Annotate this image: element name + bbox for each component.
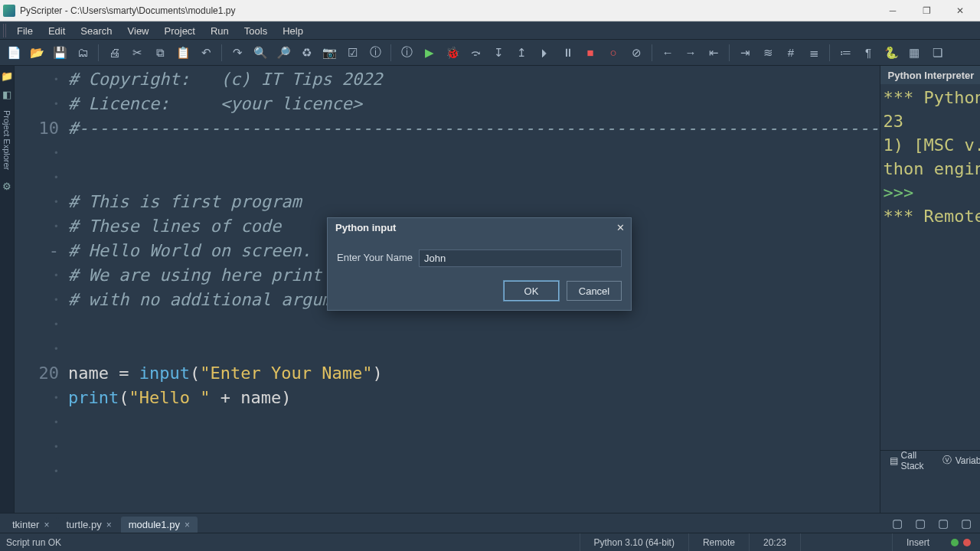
dialog-close-icon[interactable]: ✕ [612, 221, 628, 235]
menu-file[interactable]: File [9, 24, 41, 38]
save-icon[interactable]: 💾 [51, 44, 69, 62]
editor-tab-label: turtle.py [66, 519, 101, 530]
left-rail[interactable]: 📁 ◧ Project Explorer ⚙ [0, 66, 15, 513]
led-red-icon [963, 539, 971, 546]
nav-fwd-icon[interactable]: → [681, 44, 700, 62]
cut-icon[interactable]: ✂ [128, 44, 146, 62]
find-fwd-icon[interactable]: 🔎 [274, 44, 292, 62]
run-icon[interactable]: ▶ [420, 44, 439, 62]
editor-tab-label: tkinter [12, 519, 39, 530]
list-icon[interactable]: ≣ [805, 44, 823, 62]
main-area: 📁 ◧ Project Explorer ⚙ ••10••••-••••20••… [0, 66, 980, 513]
debug-icon[interactable]: 🐞 [443, 44, 462, 62]
layout-left-icon[interactable]: ▢ [934, 514, 952, 533]
para-icon[interactable]: ≔ [836, 44, 854, 62]
undo-icon[interactable]: ↶ [197, 44, 215, 62]
menu-search[interactable]: Search [73, 24, 119, 38]
continue-icon[interactable]: ⏵ [535, 44, 554, 62]
main-toolbar: 📄📂💾🗂🖨✂⧉📋↶↷🔍🔎♻📷☑ⓘⓘ▶🐞⤼↧↥⏵⏸■○⊘←→⇤⇥≋#≣≔¶🐍▦❏ [0, 40, 980, 66]
panel-tab-label: Call Stack [901, 450, 926, 471]
project-explorer-label[interactable]: Project Explorer [2, 106, 11, 174]
menu-project[interactable]: Project [157, 24, 203, 38]
editor-tab-turtle-py[interactable]: turtle.py× [58, 517, 119, 533]
status-message: Script run OK [6, 533, 580, 551]
interpreter-panel: Python Interpreter *** Python 3.10.4 (ta… [880, 66, 980, 513]
interpreter-title: Python Interpreter [880, 66, 980, 84]
editor-tab-tkinter[interactable]: tkinter× [5, 517, 57, 533]
editor-tab-label: module1.py [129, 519, 180, 530]
vars-icon: ⓥ [942, 455, 952, 466]
menu-tools[interactable]: Tools [237, 24, 275, 38]
bottom-tool-tabs: ▤Call StackⓥVariables👁Watches◉Breakpoint… [880, 450, 980, 470]
close-tab-icon[interactable]: × [44, 520, 49, 530]
module-icon[interactable]: ◧ [0, 87, 14, 101]
open-file-icon[interactable]: 📂 [28, 44, 46, 62]
layout-copy-icon[interactable]: ▢ [911, 514, 929, 533]
stop-record-icon[interactable]: ⊘ [627, 44, 645, 62]
menu-view[interactable]: View [120, 24, 157, 38]
status-gap [800, 533, 892, 551]
step-out-icon[interactable]: ↥ [512, 44, 531, 62]
indent-icon[interactable]: ⇥ [736, 44, 754, 62]
stop-icon[interactable]: ■ [581, 44, 599, 62]
stack-icon: ▤ [890, 455, 898, 466]
maximize-button[interactable]: ❐ [910, 1, 943, 21]
layout-grid-icon[interactable]: ▢ [957, 514, 975, 533]
paste-icon[interactable]: 📋 [174, 44, 192, 62]
panel-tab-variables[interactable]: ⓥVariables [937, 454, 980, 468]
pause-icon[interactable]: ⏸ [558, 44, 577, 62]
editor-tab-module1-py[interactable]: module1.py× [121, 517, 198, 533]
close-tab-icon[interactable]: × [185, 520, 190, 530]
todo-icon[interactable]: ☑ [343, 44, 361, 62]
interpreter-output[interactable]: *** Python 3.10.4 (tags/v3.10.4:9d38120,… [880, 84, 980, 450]
menu-help[interactable]: Help [275, 24, 311, 38]
close-button[interactable]: ✕ [943, 1, 977, 21]
panel-tab-call-stack[interactable]: ▤Call Stack [885, 448, 931, 473]
minimize-button[interactable]: ─ [876, 1, 910, 21]
python-icon[interactable]: 🐍 [882, 44, 900, 62]
dialog-input[interactable] [419, 249, 622, 267]
menu-run[interactable]: Run [203, 24, 237, 38]
app-icon [3, 5, 15, 17]
snapshot-icon[interactable]: 📷 [320, 44, 338, 62]
layout-icon[interactable]: ▦ [905, 44, 923, 62]
close-tab-icon[interactable]: × [106, 520, 112, 530]
folder-icon[interactable]: 📁 [0, 69, 14, 83]
print-icon[interactable]: 🖨 [105, 44, 123, 62]
dialog-prompt-label: Enter Your Name [337, 246, 413, 270]
led-green-icon [951, 539, 959, 546]
screens-icon[interactable]: ❏ [928, 44, 946, 62]
ok-button[interactable]: OK [504, 281, 559, 301]
cancel-button[interactable]: Cancel [567, 281, 622, 301]
info2-icon[interactable]: ⓘ [397, 44, 416, 62]
step-over-icon[interactable]: ⤼ [466, 44, 485, 62]
status-mode: Remote [688, 533, 749, 551]
record-icon[interactable]: ○ [604, 44, 622, 62]
grip-icon [3, 24, 6, 37]
find-icon[interactable]: 🔍 [251, 44, 270, 62]
replace-icon[interactable]: ♻ [297, 44, 315, 62]
nav-back-icon[interactable]: ← [658, 44, 677, 62]
outdent-icon[interactable]: ⇤ [704, 44, 723, 62]
redo-icon[interactable]: ↷ [228, 44, 247, 62]
interpreter-spacer [880, 470, 980, 513]
toggle-comment-icon[interactable]: ≋ [759, 44, 777, 62]
copy-icon[interactable]: ⧉ [151, 44, 169, 62]
menu-edit[interactable]: Edit [41, 24, 73, 38]
toggle-grid-icon[interactable]: # [782, 44, 800, 62]
layout-back-icon[interactable]: ▢ [888, 514, 906, 533]
code-editor[interactable]: ••10••••-••••20•••• # Copyright: (c) IT … [15, 66, 880, 513]
pilcrow-icon[interactable]: ¶ [859, 44, 877, 62]
status-caret-pos: 20:23 [749, 533, 800, 551]
info-icon[interactable]: ⓘ [366, 44, 384, 62]
new-file-icon[interactable]: 📄 [5, 44, 23, 62]
status-python[interactable]: Python 3.10 (64-bit) [580, 533, 688, 551]
window-titlebar: PyScripter - C:\Users\smarty\Documents\m… [0, 0, 980, 21]
python-input-dialog: Python input ✕ Enter Your Name OK Cancel [327, 217, 632, 311]
line-gutter: ••10••••-••••20•••• [15, 66, 68, 513]
tool-icon[interactable]: ⚙ [0, 179, 14, 193]
panel-tab-label: Variables [956, 455, 980, 466]
save-all-icon[interactable]: 🗂 [74, 44, 92, 62]
status-bar: Script run OK Python 3.10 (64-bit) Remot… [0, 533, 980, 551]
step-into-icon[interactable]: ↧ [489, 44, 508, 62]
